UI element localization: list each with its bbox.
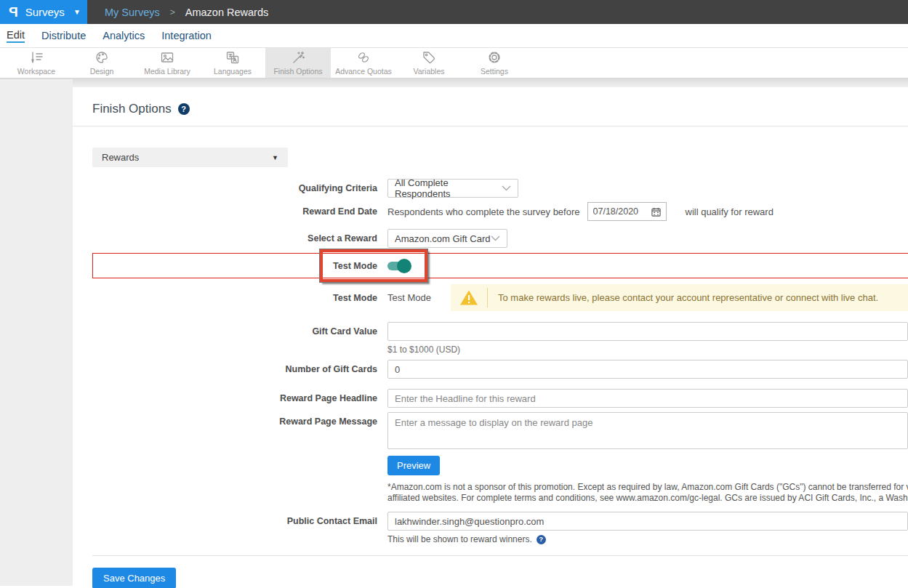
test-mode-toggle[interactable] [387,262,410,270]
reward-page-headline-label: Reward Page Headline [92,393,377,403]
test-mode-status-label: Test Mode [92,293,377,303]
reward-end-date-label: Reward End Date [92,206,377,217]
tool-tab-advance-quotas[interactable]: Advance Quotas [331,48,396,78]
tool-tab-finish-options[interactable]: Finish Options [265,48,331,78]
page-title: Finish Options [92,102,172,116]
top-bar: P Surveys ▼ My Surveys > Amazon Rewards [0,0,908,24]
breadcrumb: My Surveys > Amazon Rewards [87,0,908,24]
reward-page-message-row: Reward Page Message [92,412,908,449]
reward-page-message-input[interactable] [387,412,908,449]
disclaimer-line-1: *Amazon.com is not a sponsor of this pro… [387,482,908,493]
public-contact-email-helper: This will be shown to reward winners. [387,534,532,544]
chevron-down-icon [502,185,511,191]
help-icon[interactable]: ? [178,103,190,115]
reward-page-message-label: Reward Page Message [92,416,377,427]
tag-icon [422,50,436,65]
reward-page-headline-input[interactable] [387,389,908,408]
left-gutter [0,79,73,586]
reward-page-headline-row: Reward Page Headline [92,389,908,408]
test-mode-label: Test Mode [92,261,377,271]
qualifying-criteria-select[interactable]: All Complete Respondents [387,179,518,198]
warning-banner: To make rewards live, please contact you… [451,284,908,311]
reward-end-date-suffix: will qualify for reward [686,206,774,217]
product-label: Surveys [25,6,65,18]
reward-end-date-prefix: Respondents who complete the survey befo… [387,206,580,217]
gift-card-value-input[interactable] [387,322,908,341]
number-of-gift-cards-label: Number of Gift Cards [92,364,377,374]
tool-tab-languages[interactable]: Languages [200,48,265,78]
chevron-down-icon [491,235,500,241]
nav-tab-distribute[interactable]: Distribute [41,30,86,41]
finish-options-panel: Finish Options ? Rewards ▼ Qualifying Cr… [73,87,908,588]
media-image-icon [160,50,174,65]
chevron-down-icon: ▼ [73,8,81,16]
design-palette-icon [95,50,109,65]
tool-tab-workspace[interactable]: Workspace [4,48,69,78]
breadcrumb-my-surveys[interactable]: My Surveys [105,7,160,18]
rewards-dropdown[interactable]: Rewards ▼ [92,148,288,167]
test-mode-toggle-row: Test Mode [92,251,908,281]
nav-tab-analytics[interactable]: Analytics [103,30,145,41]
edit-toolbar: Workspace Design Media Library Languages… [0,48,908,78]
questionpro-logo-icon: P [9,4,18,20]
warning-triangle-icon [459,289,478,306]
divider [73,126,908,126]
divider [92,555,908,556]
reward-end-date-input[interactable] [593,204,646,220]
public-contact-email-label: Public Contact Email [92,516,377,526]
chain-links-icon [356,50,371,65]
chevron-down-icon: ▼ [272,154,278,161]
magic-wand-icon [291,50,305,65]
number-of-gift-cards-input[interactable] [387,360,908,379]
gift-card-value-row: Gift Card Value [92,322,908,341]
number-of-gift-cards-row: Number of Gift Cards [92,360,908,379]
select-reward-select[interactable]: Amazon.com Gift Card [387,229,507,248]
toggle-knob [397,259,411,273]
gift-card-value-helper: $1 to $1000 (USD) [387,345,908,355]
public-contact-email-helper-row: This will be shown to reward winners. ? [387,534,908,544]
help-icon[interactable]: ? [537,535,546,544]
toolbar-shadow-band [0,78,908,87]
breadcrumb-separator-icon: > [170,7,175,17]
test-mode-status-value: Test Mode [387,292,441,303]
public-contact-email-input[interactable] [387,512,908,531]
surveys-menu[interactable]: P Surveys ▼ [0,0,87,24]
tool-tab-media-library[interactable]: Media Library [134,48,200,78]
qualifying-criteria-label: Qualifying Criteria [92,183,377,193]
warning-text: To make rewards live, please contact you… [498,292,878,303]
qualifying-criteria-row: Qualifying Criteria All Complete Respond… [92,179,908,198]
select-reward-label: Select a Reward [92,233,377,243]
banner-divider [487,288,488,307]
preview-button[interactable]: Preview [387,456,440,475]
main-nav: Edit Distribute Analytics Integration [0,24,908,48]
test-mode-status-row: Test Mode Test Mode To make rewards live… [92,284,908,311]
reward-end-date-row: Reward End Date Respondents who complete… [92,202,908,221]
amazon-disclaimer: *Amazon.com is not a sponsor of this pro… [387,482,908,504]
select-reward-row: Select a Reward Amazon.com Gift Card [92,229,908,248]
save-changes-button[interactable]: Save Changes [92,568,176,588]
reward-end-date-field[interactable] [587,202,667,221]
languages-translate-icon [225,50,240,65]
nav-tab-integration[interactable]: Integration [161,30,212,41]
breadcrumb-current: Amazon Rewards [185,7,268,18]
gear-icon [487,50,502,65]
disclaimer-line-2: affiliated websites. For complete terms … [387,493,908,504]
gift-card-value-label: Gift Card Value [92,326,377,337]
tool-tab-design[interactable]: Design [69,48,134,78]
public-contact-email-row: Public Contact Email [92,512,908,531]
nav-tab-edit[interactable]: Edit [7,29,25,43]
tool-tab-variables[interactable]: Variables [396,48,462,78]
workspace-icon [29,50,44,65]
calendar-icon[interactable] [651,207,661,217]
tool-tab-settings[interactable]: Settings [462,48,527,78]
